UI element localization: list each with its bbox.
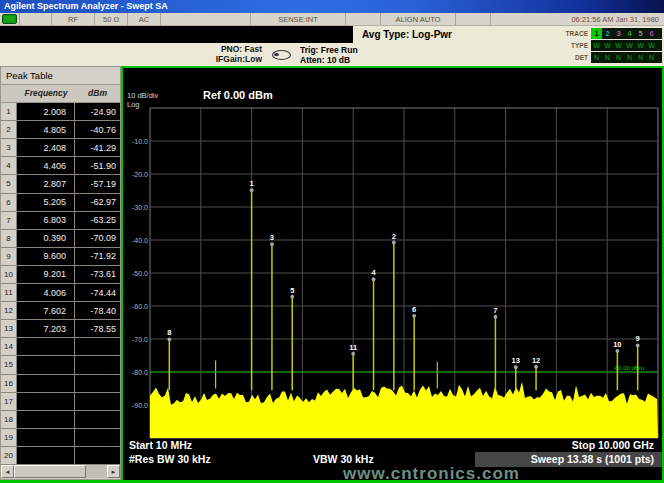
ref-level-label: Ref 0.00 dBm — [203, 89, 273, 101]
cell-dbm: -57.19 — [75, 175, 120, 192]
table-row[interactable]: 99.600-71.92 — [1, 248, 120, 266]
cell-frequency: 2.408 — [17, 139, 75, 156]
peak-marker-number: 3 — [270, 233, 274, 242]
table-row[interactable]: 17 — [1, 393, 120, 411]
status-spacer — [161, 13, 251, 25]
pno-block: PNO: Fast IFGain:Low — [160, 45, 262, 64]
trace-number: 2 — [602, 28, 613, 39]
table-row[interactable]: 19 — [1, 429, 120, 447]
start-freq-label: Start 10 MHz — [129, 439, 192, 451]
scroll-right-icon[interactable]: ► — [107, 465, 120, 478]
cell-dbm: -41.29 — [75, 139, 120, 156]
peak-marker-dot — [167, 337, 171, 341]
cell-frequency: 2.008 — [17, 103, 75, 120]
row-number: 16 — [1, 375, 17, 392]
scroll-thumb[interactable] — [14, 465, 86, 478]
cell-frequency: 7.602 — [17, 302, 75, 319]
table-row[interactable]: 15 — [1, 356, 120, 374]
table-row[interactable]: 109.201-73.61 — [1, 266, 120, 284]
table-row[interactable]: 20 — [1, 447, 120, 465]
cell-frequency — [17, 393, 75, 410]
table-row[interactable]: 14 — [1, 338, 120, 356]
status-coupling: AC — [128, 13, 161, 25]
row-number: 12 — [1, 302, 17, 319]
peak-marker-number: 10 — [613, 340, 621, 349]
y-axis-tick-label: -60.0 — [132, 303, 148, 310]
cell-dbm: -78.40 — [75, 302, 120, 319]
trace-detector: N — [613, 52, 624, 63]
table-row[interactable]: 137.203-78.55 — [1, 320, 120, 338]
status-spacer — [456, 13, 491, 25]
cell-frequency: 4.406 — [17, 157, 75, 174]
trace-type: W — [613, 40, 624, 51]
cell-frequency — [17, 429, 75, 446]
trace-panel-values: NNNNNN — [591, 52, 662, 63]
table-row[interactable]: 114.006-74.44 — [1, 284, 120, 302]
trace-panel-row-label: TYPE — [550, 42, 591, 49]
watermark-text: www.cntronics.com — [343, 464, 520, 483]
status-spacer — [20, 13, 52, 25]
table-row[interactable]: 32.408-41.29 — [1, 139, 120, 157]
peak-marker-dot — [270, 242, 274, 246]
trace-number: 4 — [624, 28, 635, 39]
table-row[interactable]: 24.805-40.76 — [1, 121, 120, 139]
table-row[interactable]: 44.406-51.90 — [1, 157, 120, 175]
col-dbm: dBm — [75, 85, 120, 102]
row-number: 3 — [1, 139, 17, 156]
peak-table-rows: 12.008-24.9024.805-40.7632.408-41.2944.4… — [1, 103, 120, 465]
cell-dbm — [75, 338, 120, 355]
ifgain-label: IFGain:Low — [160, 55, 262, 65]
cell-frequency: 2.807 — [17, 175, 75, 192]
spectrum-analyzer-window: Agilent Spectrum Analyzer - Swept SA RF … — [0, 0, 664, 483]
trace-status-panel: TRACE123456TYPEWWWWWWDETNNNNNN — [550, 27, 662, 64]
cell-frequency — [17, 375, 75, 392]
status-led-icon — [2, 14, 17, 24]
cell-frequency — [17, 338, 75, 355]
status-led-cell — [0, 13, 20, 25]
peak-marker-dot — [514, 365, 518, 369]
status-bar: RF 50 Ω AC SENSE:INT ALIGN AUTO 06:21:56… — [0, 13, 664, 26]
trace-detector: N — [646, 52, 657, 63]
scroll-track[interactable] — [86, 465, 107, 478]
cell-frequency: 0.390 — [17, 230, 75, 247]
window-titlebar: Agilent Spectrum Analyzer - Swept SA — [0, 0, 664, 13]
table-row[interactable]: 18 — [1, 411, 120, 429]
row-number: 14 — [1, 338, 17, 355]
status-rf: RF — [52, 13, 95, 25]
table-row[interactable]: 52.807-57.19 — [1, 175, 120, 193]
peak-marker-dot — [534, 365, 538, 369]
row-number: 9 — [1, 248, 17, 265]
y-axis-tick-label: -40.0 — [132, 237, 148, 244]
trace-detector: N — [591, 52, 602, 63]
table-row[interactable]: 80.390-70.09 — [1, 230, 120, 248]
redacted-block — [0, 26, 353, 43]
table-row[interactable]: 12.008-24.90 — [1, 103, 120, 121]
y-axis-tick-label: -50.0 — [132, 270, 148, 277]
row-number: 7 — [1, 212, 17, 229]
stop-freq-label: Stop 10.000 GHz — [572, 439, 654, 451]
cell-frequency — [17, 356, 75, 373]
cell-frequency: 4.006 — [17, 284, 75, 301]
peak-table-panel: Peak Table Frequency dBm 12.008-24.9024.… — [0, 66, 121, 480]
cell-dbm: -71.92 — [75, 248, 120, 265]
peak-marker-dot — [615, 349, 619, 353]
trigger-label: Trig: Free Run — [300, 45, 358, 55]
table-row[interactable]: 65.205-62.97 — [1, 194, 120, 212]
peak-marker-number: 9 — [636, 334, 640, 343]
table-row[interactable]: 16 — [1, 375, 120, 393]
spectrum-chart: -10.0-20.0-30.0-40.0-50.0-60.0-70.0-80.0… — [123, 68, 662, 480]
cell-dbm — [75, 356, 120, 373]
row-number: 15 — [1, 356, 17, 373]
avg-type-label: Avg Type: Log-Pwr — [342, 29, 472, 40]
peak-marker-number: 6 — [412, 305, 416, 314]
peak-table-scrollbar[interactable]: ◄ ► — [1, 465, 120, 478]
cell-frequency — [17, 411, 75, 428]
table-row[interactable]: 76.803-63.25 — [1, 212, 120, 230]
scroll-left-icon[interactable]: ◄ — [1, 465, 14, 478]
trigger-block: Trig: Free Run Atten: 10 dB — [300, 45, 358, 65]
cell-dbm: -70.09 — [75, 230, 120, 247]
row-number: 5 — [1, 175, 17, 192]
table-row[interactable]: 127.602-78.40 — [1, 302, 120, 320]
cell-dbm: -74.44 — [75, 284, 120, 301]
status-datetime: 06:21:56 AM Jan 31, 1980 — [491, 13, 664, 25]
